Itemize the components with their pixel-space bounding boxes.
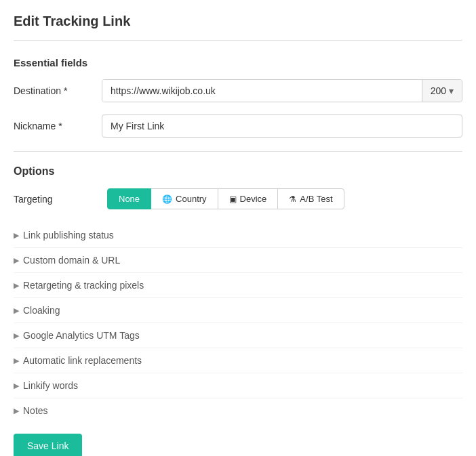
nickname-input[interactable]	[102, 115, 462, 138]
triangle-icon: ▶	[14, 281, 19, 290]
collapsible-item-linkify[interactable]: ▶ Linkify words	[14, 373, 462, 398]
triangle-icon: ▶	[14, 306, 19, 315]
collapsible-item-link-publishing[interactable]: ▶ Link publishing status	[14, 223, 462, 248]
collapsible-item-label: Cloaking	[23, 305, 60, 316]
targeting-row: Targeting None 🌐 Country ▣ Device ⚗ A/B …	[14, 188, 462, 209]
triangle-icon: ▶	[14, 356, 19, 365]
section-divider	[14, 151, 462, 152]
triangle-icon: ▶	[14, 381, 19, 390]
collapsible-item-label: Custom domain & URL	[23, 255, 120, 266]
collapsible-item-label: Linkify words	[23, 380, 78, 391]
collapsible-item-notes[interactable]: ▶ Notes	[14, 398, 462, 423]
collapsible-list: ▶ Link publishing status ▶ Custom domain…	[14, 223, 462, 423]
chevron-down-icon: ▾	[449, 85, 454, 96]
collapsible-item-label: Notes	[23, 405, 48, 416]
triangle-icon: ▶	[14, 256, 19, 265]
nickname-group: Nickname *	[14, 115, 462, 138]
destination-input-wrapper: 200 ▾	[102, 79, 462, 102]
collapsible-item-cloaking[interactable]: ▶ Cloaking	[14, 298, 462, 323]
collapsible-item-label: Automatic link replacements	[23, 355, 142, 366]
collapsible-item-label: Retargeting & tracking pixels	[23, 280, 144, 291]
collapsible-item-retargeting[interactable]: ▶ Retargeting & tracking pixels	[14, 273, 462, 298]
page-title: Edit Tracking Link	[14, 14, 462, 41]
options-title: Options	[14, 165, 462, 178]
save-link-button[interactable]: Save Link	[14, 434, 82, 456]
triangle-icon: ▶	[14, 407, 19, 415]
destination-input[interactable]	[102, 80, 422, 102]
collapsible-item-label: Link publishing status	[23, 230, 114, 241]
globe-icon: 🌐	[162, 194, 172, 204]
targeting-none-button[interactable]: None	[107, 188, 151, 209]
targeting-label: Targeting	[14, 194, 102, 205]
destination-group: Destination * 200 ▾	[14, 79, 462, 102]
destination-label: Destination *	[14, 85, 102, 96]
collapsible-item-custom-domain[interactable]: ▶ Custom domain & URL	[14, 248, 462, 273]
status-code-text: 200	[431, 85, 446, 96]
status-code-badge[interactable]: 200 ▾	[422, 80, 462, 102]
nickname-label: Nickname *	[14, 121, 102, 131]
triangle-icon: ▶	[14, 331, 19, 340]
targeting-abtest-button[interactable]: ⚗ A/B Test	[277, 188, 344, 209]
essential-fields-title: Essential fields	[14, 57, 462, 68]
device-icon: ▣	[229, 194, 237, 204]
options-section: Options Targeting None 🌐 Country ▣ Devic…	[14, 165, 462, 423]
targeting-country-button[interactable]: 🌐 Country	[151, 188, 218, 209]
triangle-icon: ▶	[14, 231, 19, 240]
collapsible-item-label: Google Analytics UTM Tags	[23, 330, 140, 341]
targeting-device-button[interactable]: ▣ Device	[218, 188, 279, 209]
collapsible-item-auto-replacements[interactable]: ▶ Automatic link replacements	[14, 348, 462, 373]
abtest-icon: ⚗	[289, 194, 296, 204]
essential-fields-section: Essential fields Destination * 200 ▾ Nic…	[14, 57, 462, 138]
targeting-btn-group: None 🌐 Country ▣ Device ⚗ A/B Test	[107, 188, 344, 209]
collapsible-item-google-analytics[interactable]: ▶ Google Analytics UTM Tags	[14, 323, 462, 348]
